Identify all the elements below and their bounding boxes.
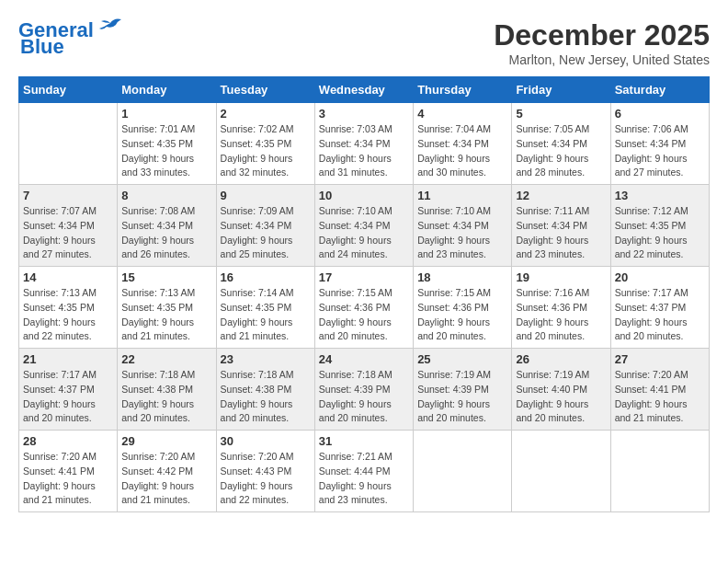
day-info: Sunrise: 7:03 AMSunset: 4:34 PMDaylight:… [319, 122, 409, 180]
day-number: 18 [417, 270, 507, 284]
calendar-week-3: 14Sunrise: 7:13 AMSunset: 4:35 PMDayligh… [19, 267, 710, 349]
title-block: December 2025 Marlton, New Jersey, Unite… [494, 18, 710, 67]
day-number: 1 [121, 107, 211, 121]
calendar-cell: 13Sunrise: 7:12 AMSunset: 4:35 PMDayligh… [610, 185, 709, 267]
day-info: Sunrise: 7:04 AMSunset: 4:34 PMDaylight:… [417, 122, 507, 180]
calendar-cell: 18Sunrise: 7:15 AMSunset: 4:36 PMDayligh… [414, 267, 512, 349]
calendar-cell: 12Sunrise: 7:11 AMSunset: 4:34 PMDayligh… [512, 185, 610, 267]
day-info: Sunrise: 7:09 AMSunset: 4:34 PMDaylight:… [221, 204, 311, 262]
day-info: Sunrise: 7:08 AMSunset: 4:34 PMDaylight:… [121, 204, 211, 262]
day-number: 5 [516, 107, 606, 121]
header-tuesday: Tuesday [216, 77, 314, 103]
calendar-cell: 16Sunrise: 7:14 AMSunset: 4:35 PMDayligh… [216, 267, 314, 349]
calendar-cell: 6Sunrise: 7:06 AMSunset: 4:34 PMDaylight… [610, 103, 709, 185]
day-number: 9 [221, 189, 311, 202]
day-number: 26 [516, 352, 606, 366]
day-number: 3 [319, 107, 409, 121]
calendar-cell: 1Sunrise: 7:01 AMSunset: 4:35 PMDaylight… [118, 103, 216, 185]
calendar-cell: 11Sunrise: 7:10 AMSunset: 4:34 PMDayligh… [414, 185, 512, 267]
day-info: Sunrise: 7:06 AMSunset: 4:34 PMDaylight:… [615, 122, 705, 180]
calendar-cell: 9Sunrise: 7:09 AMSunset: 4:34 PMDaylight… [216, 185, 314, 267]
day-info: Sunrise: 7:20 AMSunset: 4:41 PMDaylight:… [615, 368, 705, 426]
calendar-cell: 23Sunrise: 7:18 AMSunset: 4:38 PMDayligh… [216, 349, 314, 431]
calendar-cell [414, 431, 512, 512]
day-info: Sunrise: 7:17 AMSunset: 4:37 PMDaylight:… [615, 286, 705, 344]
day-number: 7 [23, 189, 113, 202]
day-info: Sunrise: 7:19 AMSunset: 4:40 PMDaylight:… [516, 368, 606, 426]
day-info: Sunrise: 7:11 AMSunset: 4:34 PMDaylight:… [516, 204, 606, 262]
day-info: Sunrise: 7:20 AMSunset: 4:42 PMDaylight:… [121, 450, 211, 508]
calendar-cell: 31Sunrise: 7:21 AMSunset: 4:44 PMDayligh… [314, 431, 413, 512]
day-number: 19 [516, 270, 606, 284]
day-info: Sunrise: 7:13 AMSunset: 4:35 PMDaylight:… [23, 286, 113, 344]
calendar-cell: 17Sunrise: 7:15 AMSunset: 4:36 PMDayligh… [314, 267, 413, 349]
day-number: 29 [121, 434, 211, 448]
day-info: Sunrise: 7:14 AMSunset: 4:35 PMDaylight:… [221, 286, 311, 344]
calendar-cell: 28Sunrise: 7:20 AMSunset: 4:41 PMDayligh… [19, 431, 118, 512]
calendar-cell: 29Sunrise: 7:20 AMSunset: 4:42 PMDayligh… [118, 431, 216, 512]
day-info: Sunrise: 7:02 AMSunset: 4:35 PMDaylight:… [221, 122, 311, 180]
day-number: 28 [23, 434, 113, 448]
day-info: Sunrise: 7:10 AMSunset: 4:34 PMDaylight:… [319, 204, 409, 262]
logo: General Blue [18, 18, 123, 59]
day-number: 15 [121, 270, 211, 284]
day-info: Sunrise: 7:10 AMSunset: 4:34 PMDaylight:… [417, 204, 507, 262]
day-number: 6 [615, 107, 705, 121]
day-info: Sunrise: 7:20 AMSunset: 4:41 PMDaylight:… [23, 450, 113, 508]
day-info: Sunrise: 7:15 AMSunset: 4:36 PMDaylight:… [319, 286, 409, 344]
calendar-cell [610, 431, 709, 512]
calendar-cell [19, 103, 118, 185]
calendar-cell: 7Sunrise: 7:07 AMSunset: 4:34 PMDaylight… [19, 185, 118, 267]
day-info: Sunrise: 7:05 AMSunset: 4:34 PMDaylight:… [516, 122, 606, 180]
calendar-cell: 8Sunrise: 7:08 AMSunset: 4:34 PMDaylight… [118, 185, 216, 267]
day-number: 25 [417, 352, 507, 366]
header-saturday: Saturday [610, 77, 709, 103]
calendar-cell: 27Sunrise: 7:20 AMSunset: 4:41 PMDayligh… [610, 349, 709, 431]
calendar-cell: 22Sunrise: 7:18 AMSunset: 4:38 PMDayligh… [118, 349, 216, 431]
calendar-cell: 26Sunrise: 7:19 AMSunset: 4:40 PMDayligh… [512, 349, 610, 431]
day-info: Sunrise: 7:21 AMSunset: 4:44 PMDaylight:… [319, 450, 409, 508]
calendar-week-4: 21Sunrise: 7:17 AMSunset: 4:37 PMDayligh… [19, 349, 710, 431]
day-number: 24 [319, 352, 409, 366]
day-number: 16 [221, 270, 311, 284]
day-info: Sunrise: 7:07 AMSunset: 4:34 PMDaylight:… [23, 204, 113, 262]
day-number: 12 [516, 189, 606, 202]
header-wednesday: Wednesday [314, 77, 413, 103]
day-number: 30 [221, 434, 311, 448]
calendar-cell: 14Sunrise: 7:13 AMSunset: 4:35 PMDayligh… [19, 267, 118, 349]
calendar-cell: 4Sunrise: 7:04 AMSunset: 4:34 PMDaylight… [414, 103, 512, 185]
day-number: 4 [417, 107, 507, 121]
header-sunday: Sunday [19, 77, 118, 103]
day-info: Sunrise: 7:13 AMSunset: 4:35 PMDaylight:… [121, 286, 211, 344]
calendar-week-2: 7Sunrise: 7:07 AMSunset: 4:34 PMDaylight… [19, 185, 710, 267]
day-number: 8 [121, 189, 211, 202]
header-monday: Monday [118, 77, 216, 103]
day-number: 13 [615, 189, 705, 202]
page-header: General Blue December 2025 Marlton, New … [18, 18, 710, 67]
day-number: 21 [23, 352, 113, 366]
day-number: 22 [121, 352, 211, 366]
day-info: Sunrise: 7:17 AMSunset: 4:37 PMDaylight:… [23, 368, 113, 426]
day-number: 27 [615, 352, 705, 366]
calendar-cell: 15Sunrise: 7:13 AMSunset: 4:35 PMDayligh… [118, 267, 216, 349]
day-info: Sunrise: 7:01 AMSunset: 4:35 PMDaylight:… [121, 122, 211, 180]
calendar-cell: 25Sunrise: 7:19 AMSunset: 4:39 PMDayligh… [414, 349, 512, 431]
day-info: Sunrise: 7:19 AMSunset: 4:39 PMDaylight:… [417, 368, 507, 426]
calendar-header-row: SundayMondayTuesdayWednesdayThursdayFrid… [19, 77, 710, 103]
logo-blue: Blue [20, 35, 64, 59]
calendar-cell: 19Sunrise: 7:16 AMSunset: 4:36 PMDayligh… [512, 267, 610, 349]
day-number: 11 [417, 189, 507, 202]
calendar-cell: 2Sunrise: 7:02 AMSunset: 4:35 PMDaylight… [216, 103, 314, 185]
location: Marlton, New Jersey, United States [494, 52, 710, 67]
day-info: Sunrise: 7:18 AMSunset: 4:38 PMDaylight:… [221, 368, 311, 426]
calendar-cell: 3Sunrise: 7:03 AMSunset: 4:34 PMDaylight… [314, 103, 413, 185]
day-info: Sunrise: 7:18 AMSunset: 4:38 PMDaylight:… [121, 368, 211, 426]
bird-icon [97, 16, 123, 38]
calendar-cell: 21Sunrise: 7:17 AMSunset: 4:37 PMDayligh… [19, 349, 118, 431]
calendar-week-1: 1Sunrise: 7:01 AMSunset: 4:35 PMDaylight… [19, 103, 710, 185]
calendar-cell: 30Sunrise: 7:20 AMSunset: 4:43 PMDayligh… [216, 431, 314, 512]
day-info: Sunrise: 7:12 AMSunset: 4:35 PMDaylight:… [615, 204, 705, 262]
calendar-table: SundayMondayTuesdayWednesdayThursdayFrid… [18, 76, 710, 512]
calendar-cell: 10Sunrise: 7:10 AMSunset: 4:34 PMDayligh… [314, 185, 413, 267]
calendar-cell: 20Sunrise: 7:17 AMSunset: 4:37 PMDayligh… [610, 267, 709, 349]
